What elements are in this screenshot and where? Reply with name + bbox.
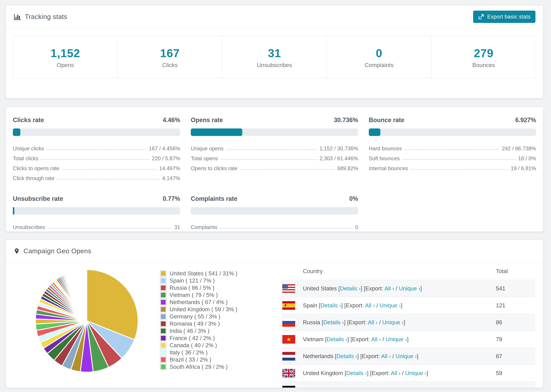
legend-item-brazil[interactable]: Brazil ( 33 / 2% ) xyxy=(160,356,266,363)
export-all-link[interactable]: All › xyxy=(365,302,375,308)
rate-progress-track xyxy=(13,207,180,215)
page-title: Tracking stats xyxy=(25,13,67,21)
rate-row-label: Total opens xyxy=(191,155,218,162)
total-value: 79 xyxy=(496,336,535,343)
legend-item-russia[interactable]: Russia ( 86 / 5% ) xyxy=(160,284,266,291)
rate-progress-track xyxy=(191,207,358,215)
tracking-stats-card: Tracking stats Export basic stats 1,152O… xyxy=(6,5,543,98)
legend-label: Spain ( 121 / 7% ) xyxy=(170,277,215,284)
rate-value: 30.736% xyxy=(334,117,358,124)
table-row: Germany [Details ›] [Export: All › / Uni… xyxy=(282,381,535,388)
dotted-leader xyxy=(47,228,172,229)
rate-title-row: Complaints rate0% xyxy=(191,195,358,202)
details-link[interactable]: Details › xyxy=(329,387,350,388)
slash-text: / xyxy=(375,302,380,308)
rate-row-label: Unique clicks xyxy=(13,146,44,152)
legend-item-canada[interactable]: Canada ( 40 / 2% ) xyxy=(160,342,266,349)
rate-row-value: 14.497% xyxy=(159,165,180,172)
rate-rows: Hard bounces242 / 86.738%Soft bounces18 … xyxy=(369,142,536,172)
stat-label: Unsubscribes xyxy=(222,62,326,68)
legend-label: United States ( 541 / 31% ) xyxy=(170,270,237,277)
rate-block-clicks-rate: Clicks rate4.46%Unique clicks167 / 4.456… xyxy=(13,114,180,182)
export-unique-link[interactable]: Unique › xyxy=(399,285,420,292)
rate-rows: Unsubscribes31 xyxy=(13,221,180,231)
legend-item-france[interactable]: France ( 42 / 2% ) xyxy=(160,335,266,342)
legend-item-romania[interactable]: Romania ( 49 / 3% ) xyxy=(160,320,266,327)
geo-pie-chart[interactable] xyxy=(34,268,140,374)
legend-swatch xyxy=(160,306,167,313)
export-unique-link[interactable]: Unique › xyxy=(396,353,417,359)
legend-item-germany[interactable]: Germany ( 55 / 3% ) xyxy=(160,313,266,320)
stat-value: 167 xyxy=(118,47,222,60)
bracket-close: ] xyxy=(404,319,405,325)
rate-row-label: Hard bounces xyxy=(369,146,402,152)
total-column-header: Total xyxy=(496,268,535,274)
table-row: Spain [Details ›] [Export: All › / Uniqu… xyxy=(282,297,535,314)
stat-value: 0 xyxy=(327,47,431,60)
export-all-link[interactable]: All › xyxy=(381,353,391,359)
rate-block-bounce-rate: Bounce rate6.927%Hard bounces242 / 86.73… xyxy=(369,114,536,182)
rate-row: Total clicks220 / 5.87% xyxy=(13,152,180,162)
export-all-link[interactable]: All › xyxy=(384,285,394,292)
slash-text: / xyxy=(394,285,399,292)
bracket-text: ] [Export: xyxy=(360,285,384,292)
legend-item-netherlands[interactable]: Netherlands ( 67 / 4% ) xyxy=(160,299,266,306)
legend-item-italy[interactable]: Italy ( 36 / 2% ) xyxy=(160,349,266,356)
legend-item-india[interactable]: India ( 46 / 3% ) xyxy=(160,327,266,335)
legend-item-united-kingdom[interactable]: United Kingdom ( 59 / 3% ) xyxy=(160,306,266,313)
rate-row-value: 19 / 6.81% xyxy=(511,165,536,172)
bracket-close: ] xyxy=(407,336,409,343)
export-unique-link[interactable]: Unique › xyxy=(388,387,410,388)
rate-row: Unique clicks167 / 4.456% xyxy=(13,142,180,152)
total-value: 59 xyxy=(496,370,535,377)
details-link[interactable]: Details › xyxy=(336,353,357,359)
legend-item-vietnam[interactable]: Vietnam ( 79 / 5% ) xyxy=(160,291,266,299)
rate-title-row: Opens rate30.736% xyxy=(191,117,358,124)
bracket-close: ] xyxy=(427,370,428,376)
legend-item-united-states[interactable]: United States ( 541 / 31% ) xyxy=(160,270,266,277)
rate-block-unsubscribe-rate: Unsubscribe rate0.77%Unsubscribes31 xyxy=(13,193,180,231)
stat-box-unsubscribes: 31Unsubscribes xyxy=(222,36,327,78)
details-link[interactable]: Details › xyxy=(327,336,347,343)
legend-label: Netherlands ( 67 / 4% ) xyxy=(170,299,228,305)
export-unique-link[interactable]: Unique › xyxy=(380,302,401,308)
details-link[interactable]: Details › xyxy=(320,302,341,308)
geo-header: Campaign Geo Opens xyxy=(6,240,543,263)
rate-value: 0.77% xyxy=(163,195,180,202)
stat-value: 31 xyxy=(222,47,326,60)
geo-title: Campaign Geo Opens xyxy=(23,247,91,255)
legend-swatch xyxy=(160,313,167,320)
us-flag-icon xyxy=(282,284,295,293)
export-unique-link[interactable]: Unique › xyxy=(405,370,427,376)
rate-row: Click through rate4.147% xyxy=(13,172,180,182)
legend-swatch-color xyxy=(161,271,166,276)
rates-grid: Clicks rate4.46%Unique clicks167 / 4.456… xyxy=(6,107,543,238)
legend-label: Germany ( 55 / 3% ) xyxy=(170,313,220,320)
dotted-leader xyxy=(62,169,157,170)
rate-row-value: 1,152 / 30.736% xyxy=(319,146,358,152)
rate-title-row: Bounce rate6.927% xyxy=(369,117,536,124)
rate-block-opens-rate: Opens rate30.736%Unique opens1,152 / 30.… xyxy=(191,114,358,182)
export-unique-link[interactable]: Unique › xyxy=(382,319,404,325)
legend-swatch-color xyxy=(161,286,166,290)
details-link[interactable]: Details › xyxy=(346,370,367,376)
export-all-link[interactable]: All › xyxy=(391,370,401,376)
legend-item-south-africa[interactable]: South Africa ( 29 / 2% ) xyxy=(160,363,266,371)
rate-row: Opens to clicks rate689.82% xyxy=(191,162,358,172)
country-cell: Spain [Details ›] [Export: All › / Uniqu… xyxy=(295,302,496,309)
rate-row: Total opens2,303 / 61.446% xyxy=(191,152,358,162)
details-link[interactable]: Details › xyxy=(340,285,360,292)
export-all-link[interactable]: All › xyxy=(374,387,383,388)
de-flag-icon xyxy=(282,386,295,388)
legend-label: Canada ( 40 / 2% ) xyxy=(170,342,217,349)
details-link[interactable]: Details › xyxy=(323,319,344,325)
country-cell: Netherlands [Details ›] [Export: All › /… xyxy=(295,353,496,359)
legend-swatch-color xyxy=(161,343,166,348)
rate-value: 4.46% xyxy=(163,117,180,124)
legend-item-spain[interactable]: Spain ( 121 / 7% ) xyxy=(160,277,266,284)
export-unique-link[interactable]: Unique › xyxy=(386,336,407,343)
legend-label: Vietnam ( 79 / 5% ) xyxy=(170,292,218,298)
export-all-link[interactable]: All › xyxy=(371,336,381,343)
export-basic-stats-button[interactable]: Export basic stats xyxy=(473,11,536,23)
export-all-link[interactable]: All › xyxy=(368,319,378,325)
